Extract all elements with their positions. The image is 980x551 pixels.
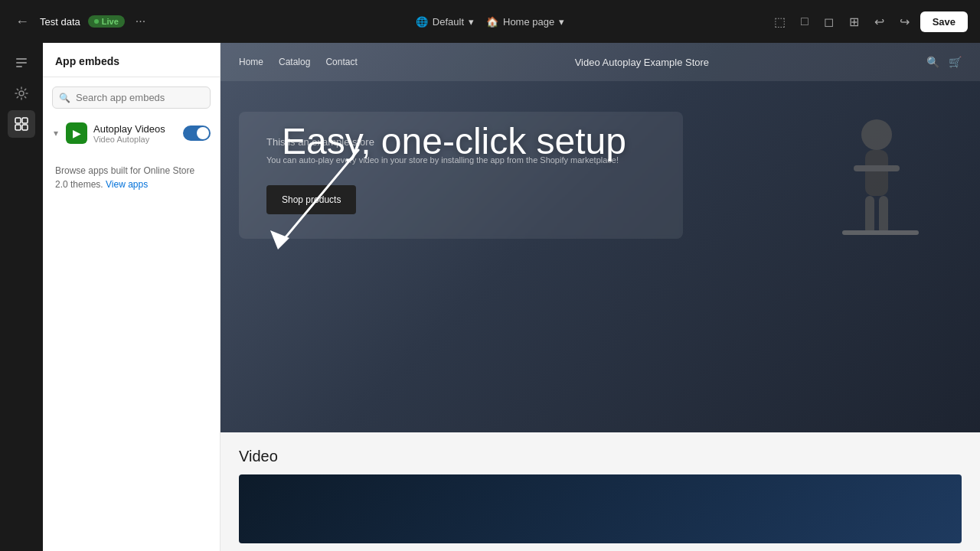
store-brand: Video Autoplay Example Store <box>358 57 926 68</box>
app-icon: ▶ <box>66 122 87 144</box>
globe-button[interactable]: 🌐 Default ▾ <box>416 16 474 28</box>
redo-button[interactable]: ↪ <box>895 10 914 34</box>
topbar: ← Test data Live ··· 🌐 Default ▾ 🏠 Home … <box>0 0 980 43</box>
store-video-section: Video <box>220 432 980 551</box>
chevron-down-icon: ▾ <box>559 16 564 28</box>
app-info: Autoplay Videos Video Autoplay <box>93 123 177 144</box>
panel-footer: Browse apps built for Online Store 2.0 t… <box>43 152 220 204</box>
store-name: Test data <box>40 16 80 28</box>
shop-products-button[interactable]: Shop products <box>266 185 356 214</box>
app-toggle[interactable] <box>183 126 211 141</box>
chevron-down-icon: ▾ <box>52 126 60 140</box>
cart-icon: 🛒 <box>949 56 962 68</box>
toggle-slider <box>183 126 211 141</box>
video-thumbnail <box>239 474 962 543</box>
search-icon: 🔍 <box>59 93 70 103</box>
svg-rect-7 <box>22 125 28 130</box>
sidebar-theme-button[interactable] <box>8 80 35 107</box>
search-icon: 🔍 <box>926 56 939 68</box>
store-nav-icons: 🔍 🛒 <box>926 56 962 68</box>
live-dot <box>94 19 99 24</box>
mobile-view-button[interactable]: ⊞ <box>844 10 864 34</box>
back-button[interactable]: ← <box>12 11 32 33</box>
more-button[interactable]: ··· <box>132 11 149 31</box>
sidebar-icons <box>0 43 43 551</box>
desktop-view-button[interactable]: □ <box>796 10 813 33</box>
view-apps-link[interactable]: View apps <box>106 179 148 190</box>
chevron-down-icon: ▾ <box>469 16 474 28</box>
home-icon: 🏠 <box>486 16 498 28</box>
preview-area: Home Catalog Contact Video Autoplay Exam… <box>220 43 980 551</box>
svg-point-3 <box>19 91 24 96</box>
select-tool-button[interactable]: ⬚ <box>769 10 790 34</box>
hero-card: This is an example store You can auto-pl… <box>239 112 683 239</box>
svg-rect-0 <box>16 58 27 60</box>
nav-contact[interactable]: Contact <box>325 57 357 67</box>
svg-rect-2 <box>16 66 22 67</box>
sidebar-apps-button[interactable] <box>8 110 35 138</box>
app-name: Autoplay Videos <box>93 123 177 135</box>
main: App embeds 🔍 ▾ ▶ Autoplay Videos Video A… <box>0 43 980 551</box>
svg-rect-1 <box>16 62 27 64</box>
save-button[interactable]: Save <box>920 11 968 32</box>
topbar-right: ⬚ □ ◻ ⊞ ↩ ↪ Save <box>573 10 968 34</box>
svg-rect-6 <box>15 125 21 130</box>
page-button[interactable]: 🏠 Home page ▾ <box>486 16 564 28</box>
undo-button[interactable]: ↩ <box>870 10 889 34</box>
search-container: 🔍 <box>52 86 211 109</box>
topbar-center: 🌐 Default ▾ 🏠 Home page ▾ <box>416 16 564 28</box>
tablet-view-button[interactable]: ◻ <box>819 10 838 34</box>
svg-rect-4 <box>15 118 21 123</box>
store-hero: This is an example store You can auto-pl… <box>220 81 980 262</box>
panel-header: App embeds <box>43 43 220 77</box>
live-badge: Live <box>88 15 125 28</box>
store-nav-links: Home Catalog Contact <box>239 57 358 67</box>
app-subtitle: Video Autoplay <box>93 135 177 144</box>
app-item[interactable]: ▾ ▶ Autoplay Videos Video Autoplay <box>43 115 220 152</box>
video-thumb-inner <box>239 474 962 543</box>
topbar-left: ← Test data Live ··· <box>12 11 407 33</box>
live-label: Live <box>102 17 119 26</box>
page-label: Home page <box>503 16 554 28</box>
hero-label: This is an example store <box>266 136 655 148</box>
hero-desc: You can auto-play every video in your st… <box>266 154 655 167</box>
store-navbar: Home Catalog Contact Video Autoplay Exam… <box>220 43 980 81</box>
panel-title: App embeds <box>55 55 207 67</box>
video-section-title: Video <box>239 448 962 465</box>
globe-icon: 🌐 <box>416 16 428 28</box>
sidebar-nav-button[interactable] <box>8 49 35 77</box>
search-input[interactable] <box>52 86 211 109</box>
default-label: Default <box>433 16 464 28</box>
nav-catalog[interactable]: Catalog <box>279 57 310 67</box>
nav-home[interactable]: Home <box>239 57 263 67</box>
store-preview: Home Catalog Contact Video Autoplay Exam… <box>220 43 980 551</box>
app-embeds-panel: App embeds 🔍 ▾ ▶ Autoplay Videos Video A… <box>43 43 220 551</box>
svg-rect-5 <box>22 118 28 123</box>
